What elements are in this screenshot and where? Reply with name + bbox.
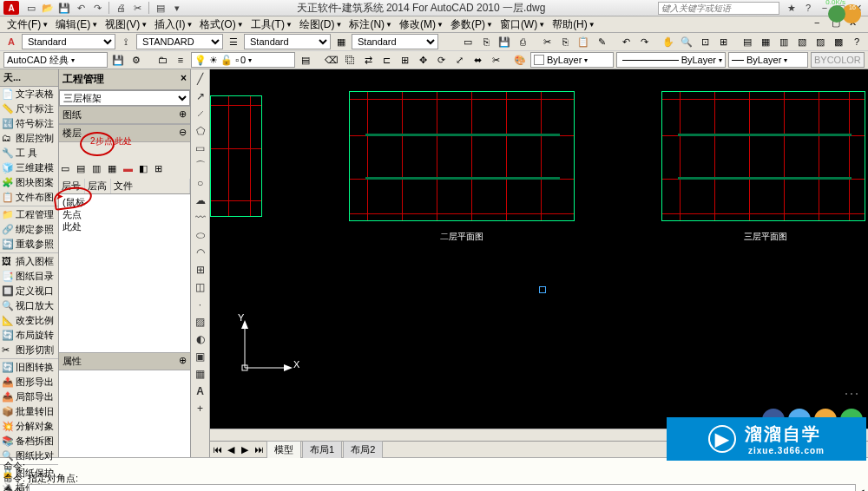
polygon-icon[interactable]: ⬠ xyxy=(193,123,208,139)
panel-tool6-icon[interactable]: ◧ xyxy=(139,163,153,177)
multiline-style-select[interactable]: Standard xyxy=(244,34,331,49)
trim-icon[interactable]: ✂ xyxy=(488,52,503,68)
tab-layout1[interactable]: 布局1 xyxy=(302,441,342,458)
paste-icon[interactable]: 📋 xyxy=(575,34,591,49)
linetype-select[interactable]: ByLayer▾ xyxy=(616,52,726,68)
sidebar-item-插入图框[interactable]: 🖼插入图框 xyxy=(0,254,58,269)
copy-icon[interactable]: ⎘ xyxy=(557,34,573,49)
panel-close-icon[interactable]: × xyxy=(181,72,187,87)
undo2-icon[interactable]: ↶ xyxy=(618,34,634,49)
circle-icon[interactable]: ○ xyxy=(193,175,208,191)
ellipsearc-icon[interactable]: ◠ xyxy=(193,245,208,260)
layer-iso-icon[interactable]: ▤ xyxy=(298,52,313,68)
redo2-icon[interactable]: ↷ xyxy=(636,34,652,49)
sidebar-item-文字表格[interactable]: 📄文字表格 xyxy=(0,87,58,101)
stretch-icon[interactable]: ⬌ xyxy=(470,52,485,68)
color-select[interactable]: ByLayer▾ xyxy=(530,52,614,68)
down-icon[interactable]: ▾ xyxy=(170,1,184,15)
table-style-icon[interactable]: ▦ xyxy=(333,34,349,49)
command-line[interactable]: 命令: 命令: 指定对角点: 命令: ◂ xyxy=(0,457,868,491)
rect-icon[interactable]: ▭ xyxy=(193,141,208,156)
sidebar-item-局部导出[interactable]: 📤局部导出 xyxy=(0,390,58,404)
mls-icon[interactable]: ☰ xyxy=(226,34,241,49)
qnew-icon[interactable]: ▭ xyxy=(460,34,476,49)
point-icon[interactable]: · xyxy=(193,297,208,312)
scale-icon[interactable]: ⤢ xyxy=(451,52,467,68)
cmd-handle-icon[interactable]: ◂ xyxy=(859,485,865,491)
layer-mgr-icon[interactable]: ≡ xyxy=(173,52,188,68)
menu-帮助(H)[interactable]: 帮助(H)▼ xyxy=(549,16,599,34)
zoomp-icon[interactable]: ⊞ xyxy=(715,34,731,49)
cut2-icon[interactable]: ✂ xyxy=(539,34,555,49)
dc-icon[interactable]: ▦ xyxy=(758,34,773,49)
menu-窗口(W)[interactable]: 窗口(W)▼ xyxy=(496,16,549,34)
sidebar-item-工程管理[interactable]: 📁工程管理 xyxy=(0,207,58,222)
sidebar-item-符号标注[interactable]: 🔣符号标注 xyxy=(0,116,58,131)
ssm-icon[interactable]: ▧ xyxy=(794,34,810,49)
text-style-select[interactable]: Standard xyxy=(22,34,115,49)
menu-编辑(E)[interactable]: 编辑(E)▼ xyxy=(52,16,102,34)
panel-tool1-icon[interactable]: ▭ xyxy=(61,163,75,177)
new-icon[interactable]: ▭ xyxy=(24,1,38,15)
sidebar-item-图块图案[interactable]: 🧩图块图案 xyxy=(0,175,58,190)
maximize-icon[interactable]: ▢ xyxy=(834,2,848,14)
sidebar-item-批量转旧[interactable]: 📦批量转旧 xyxy=(0,404,58,419)
doc-close-icon[interactable]: ✕ xyxy=(849,17,865,31)
sidebar-item-尺寸标注[interactable]: 📏尺寸标注 xyxy=(0,101,58,116)
project-select[interactable]: 三层框架 xyxy=(59,90,190,106)
lineweight-select[interactable]: ByLayer▾ xyxy=(728,52,808,68)
table-style-select[interactable]: Standard xyxy=(352,34,438,49)
drawing-canvas[interactable]: 二层平面图 三层平面图 Y X xyxy=(210,69,868,429)
sidebar-item-绑定参照[interactable]: 🔗绑定参照 xyxy=(0,222,58,237)
sidebar-item-图纸目录[interactable]: 📑图纸目录 xyxy=(0,269,58,284)
region-icon[interactable]: ▣ xyxy=(193,349,208,364)
sidebar-item-分解对象[interactable]: 💥分解对象 xyxy=(0,419,58,434)
section-drawings[interactable]: 图纸⊕ xyxy=(59,106,190,124)
menu-格式(O)[interactable]: 格式(O)▼ xyxy=(196,16,247,34)
menu-修改(M)[interactable]: 修改(M)▼ xyxy=(396,16,447,34)
sidebar-item-图形切割[interactable]: ✂图形切割 xyxy=(0,343,58,357)
tab-first-icon[interactable]: ⏮ xyxy=(210,442,224,456)
array-icon[interactable]: ⊞ xyxy=(397,52,412,68)
cut-icon[interactable]: ✂ xyxy=(130,1,144,15)
mtext-icon[interactable]: A xyxy=(193,383,208,399)
doc-min-icon[interactable]: − xyxy=(814,17,830,31)
tp-icon[interactable]: ▥ xyxy=(776,34,792,49)
tab-prev-icon[interactable]: ◀ xyxy=(224,442,238,456)
addsel-icon[interactable]: + xyxy=(193,401,208,416)
ellipse-icon[interactable]: ⬭ xyxy=(193,227,208,243)
sidebar-item-备档拆图[interactable]: 📚备档拆图 xyxy=(0,434,58,448)
redo-icon[interactable]: ↷ xyxy=(90,1,104,15)
zoomw-icon[interactable]: ⊡ xyxy=(697,34,713,49)
pline-icon[interactable]: ⟋ xyxy=(193,106,208,121)
print-icon[interactable]: 🖨 xyxy=(114,1,128,15)
sidebar-item-旧图转换[interactable]: 🔄旧图转换 xyxy=(0,360,58,375)
selection-grip[interactable] xyxy=(539,286,546,293)
mkm-icon[interactable]: ▨ xyxy=(812,34,828,49)
qc-icon[interactable]: ▩ xyxy=(831,34,846,49)
qplot-icon[interactable]: ⎙ xyxy=(515,34,530,49)
section-properties[interactable]: 属性⊕ xyxy=(59,352,190,370)
sidebar-item-图形导出[interactable]: 📤图形导出 xyxy=(0,375,58,390)
xline-icon[interactable]: ↗ xyxy=(193,88,208,104)
minimize-icon[interactable]: − xyxy=(818,2,832,14)
doc-max-icon[interactable]: ▢ xyxy=(832,17,847,31)
close-icon[interactable]: ✕ xyxy=(851,2,865,14)
help-icon[interactable]: ? xyxy=(801,2,815,14)
block-icon[interactable]: ◫ xyxy=(193,279,208,295)
menu-参数(P)[interactable]: 参数(P)▼ xyxy=(447,16,496,34)
open-icon[interactable]: 📂 xyxy=(41,1,55,15)
sidebar-item-工    具[interactable]: 🔧工 具 xyxy=(0,146,58,160)
tab-last-icon[interactable]: ⏭ xyxy=(252,442,266,456)
revcloud-icon[interactable]: ☁ xyxy=(193,193,208,208)
insert-icon[interactable]: ⊞ xyxy=(193,262,208,278)
zoom-icon[interactable]: 🔍 xyxy=(679,34,694,49)
ws-settings-icon[interactable]: ⚙ xyxy=(128,52,144,68)
app-logo[interactable]: A xyxy=(3,1,19,15)
pencil-a-icon[interactable]: A xyxy=(3,34,19,49)
menu-绘图(D)[interactable]: 绘图(D)▼ xyxy=(296,16,346,34)
tab-model[interactable]: 模型 xyxy=(266,441,301,458)
sidebar-item-改变比例[interactable]: 📐改变比例 xyxy=(0,313,58,328)
match-icon[interactable]: ✎ xyxy=(594,34,609,49)
help2-icon[interactable]: ? xyxy=(849,34,865,49)
